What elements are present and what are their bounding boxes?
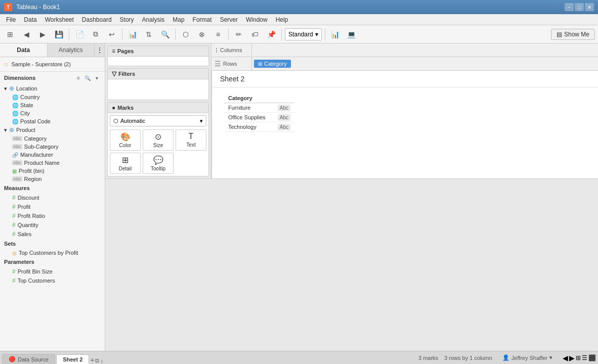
menu-analysis[interactable]: Analysis	[138, 15, 169, 24]
measure-sales[interactable]: # Sales	[0, 230, 105, 239]
dimensions-label: Dimensions	[4, 75, 35, 81]
toolbar-duplicate[interactable]: ⧉	[89, 27, 103, 41]
menu-file[interactable]: File	[2, 15, 20, 24]
columns-label: ⫶ Columns	[211, 43, 252, 57]
marks-count: 3 marks	[418, 355, 438, 361]
toolbar-bar-chart[interactable]: 📊	[328, 27, 343, 41]
marks-detail-btn[interactable]: ⊞ Detail	[110, 153, 141, 174]
panel-scroll[interactable]: Dimensions ≡ 🔍 ▾ ▾ ⊕ Location 🌐 Country	[0, 72, 105, 351]
toolbar-save[interactable]: 💾	[52, 27, 66, 41]
dim-region[interactable]: Abc Region	[0, 175, 105, 183]
menu-story[interactable]: Story	[116, 15, 138, 24]
category-pill[interactable]: ⊞ Category	[254, 60, 291, 68]
menu-worksheet[interactable]: Worksheet	[41, 15, 78, 24]
view-list-btn[interactable]: ☰	[582, 354, 587, 362]
marks-text-btn[interactable]: T Text	[176, 129, 206, 151]
menu-format[interactable]: Format	[189, 15, 216, 24]
toolbar-back[interactable]: ◀	[19, 27, 33, 41]
parameters-label: Parameters	[4, 259, 34, 265]
toolbar-undo[interactable]: ↩	[105, 27, 119, 41]
set-top-customers[interactable]: ◎ Top Customers by Profit	[0, 249, 105, 257]
menu-map[interactable]: Map	[168, 15, 188, 24]
toolbar-group[interactable]: ⬡	[179, 27, 193, 41]
menu-data[interactable]: Data	[20, 15, 40, 24]
toolbar-annotate[interactable]: ✏	[232, 27, 246, 41]
menu-window[interactable]: Window	[242, 15, 272, 24]
param-profit-bin-size[interactable]: # Profit Bin Size	[0, 267, 105, 276]
duplicate-sheet-btn[interactable]: ⧉	[95, 357, 99, 364]
close-button[interactable]: ✕	[585, 3, 594, 11]
param-top-cust-label: Top Customers	[18, 278, 55, 284]
toolbar-swap[interactable]: ⇅	[142, 27, 156, 41]
toolbar-chart[interactable]: 📊	[125, 27, 140, 41]
standard-dropdown[interactable]: Standard ▾	[285, 28, 322, 40]
param-top-customers[interactable]: # Top Customers	[0, 276, 105, 285]
dim-postal-code[interactable]: 🌐 Postal Code	[0, 117, 105, 125]
row-tech-label: Technology	[224, 122, 270, 132]
view-right-btn[interactable]: ▶	[569, 354, 575, 362]
product-header[interactable]: ▾ ⊕ Product	[0, 125, 105, 134]
show-me-button[interactable]: ▤ Show Me	[551, 29, 595, 40]
datasource-tab[interactable]: 🔴 Data Source	[2, 354, 55, 364]
set-label: Top Customers by Profit	[19, 250, 78, 256]
measure-profit[interactable]: # Profit	[0, 202, 105, 211]
toolbar-highlight[interactable]: 🔍	[158, 27, 172, 41]
measure-profit-ratio[interactable]: # Profit Ratio	[0, 211, 105, 220]
menu-help[interactable]: Help	[272, 15, 292, 24]
rows-label: ☰ Rows	[211, 57, 252, 70]
marks-size-btn[interactable]: ⊙ Size	[143, 129, 174, 151]
maximize-button[interactable]: □	[575, 3, 584, 11]
data-tab[interactable]: Data	[0, 43, 48, 57]
view-grid-btn[interactable]: ⊞	[576, 354, 581, 362]
discount-icon: #	[12, 194, 16, 201]
dim-country[interactable]: 🌐 Country	[0, 93, 105, 101]
add-sheet-btn[interactable]: +	[90, 356, 94, 364]
dim-subcategory[interactable]: Abc Sub-Category	[0, 143, 105, 151]
dim-profit-bin[interactable]: ▦ Profit (bin)	[0, 167, 105, 175]
dim-product-name[interactable]: Abc Product Name	[0, 159, 105, 167]
toolbar-device-preview[interactable]: 💻	[345, 27, 359, 41]
toolbar-fix-axis[interactable]: 📌	[264, 27, 278, 41]
view-expand-btn[interactable]: ⬛	[588, 354, 596, 362]
measure-discount[interactable]: # Discount	[0, 193, 105, 202]
show-me-icon: ▤	[557, 31, 562, 38]
dim-list-view[interactable]: ≡	[74, 74, 82, 82]
pages-body	[108, 57, 208, 66]
toolbar-set[interactable]: ⊗	[195, 27, 209, 41]
dim-add[interactable]: ▾	[93, 74, 101, 82]
menu-dashboard[interactable]: Dashboard	[78, 15, 116, 24]
dim-manufacturer[interactable]: 🔗 Manufacturer	[0, 151, 105, 159]
marks-type-select[interactable]: ⬡ Automatic ▾	[110, 115, 206, 126]
sheet2-tab[interactable]: Sheet 2	[56, 354, 89, 364]
detail-label: Detail	[119, 166, 132, 171]
category-pill-icon: ⊞	[258, 61, 262, 67]
location-header[interactable]: ▾ ⊕ Location	[0, 84, 105, 93]
toolbar-new-datasource[interactable]: ⊞	[3, 27, 17, 41]
minimize-button[interactable]: −	[565, 3, 574, 11]
dim-category[interactable]: Abc Category	[0, 134, 105, 143]
toolbar-mark-label[interactable]: 🏷	[248, 27, 262, 41]
analytics-tab[interactable]: Analytics	[48, 43, 95, 57]
standard-chevron: ▾	[315, 31, 318, 38]
toolbar-forward[interactable]: ▶	[35, 27, 50, 41]
toolbar-hierarchy[interactable]: ≡	[211, 27, 225, 41]
toolbar-new-sheet[interactable]: 📄	[72, 27, 87, 41]
panel-menu-btn[interactable]: ⋮	[95, 43, 105, 57]
view-left-btn[interactable]: ◀	[563, 354, 568, 362]
rows-content[interactable]: ⊞ Category	[252, 59, 598, 69]
pages-shelf: ≡ Pages ▽ Filters ●	[105, 43, 598, 179]
columns-content[interactable]	[252, 49, 598, 51]
dim-city[interactable]: 🌐 City	[0, 109, 105, 117]
right-side: ≡ Pages ▽ Filters ●	[105, 43, 598, 351]
sort-sheet-btn[interactable]: ↕	[100, 358, 103, 364]
data-source-row[interactable]: ○ Sample - Superstore (2)	[0, 57, 105, 72]
marks-color-btn[interactable]: 🎨 Color	[110, 129, 141, 151]
quantity-label: Quantity	[18, 222, 38, 228]
dim-search[interactable]: 🔍	[83, 74, 92, 82]
app-icon: T	[4, 3, 12, 11]
dim-state[interactable]: 🌐 State	[0, 101, 105, 109]
measure-quantity[interactable]: # Quantity	[0, 220, 105, 230]
menu-server[interactable]: Server	[216, 15, 242, 24]
viz-area: Category Furniture Abc	[212, 87, 598, 138]
marks-tooltip-btn[interactable]: 💬 Tooltip	[143, 153, 174, 174]
